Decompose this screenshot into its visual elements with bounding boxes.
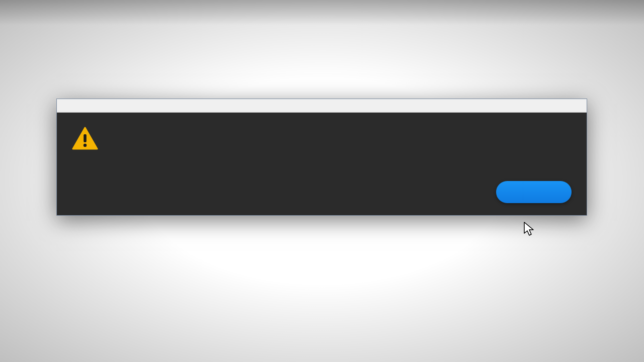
svg-rect-0: [84, 134, 87, 142]
dialog-button-row: [72, 181, 572, 203]
svg-point-1: [84, 144, 87, 147]
ok-button[interactable]: [496, 181, 572, 203]
dialog-titlebar: [57, 99, 587, 113]
dialog-body: [57, 113, 587, 215]
warning-dialog: [56, 99, 587, 216]
warning-icon: [72, 127, 98, 151]
